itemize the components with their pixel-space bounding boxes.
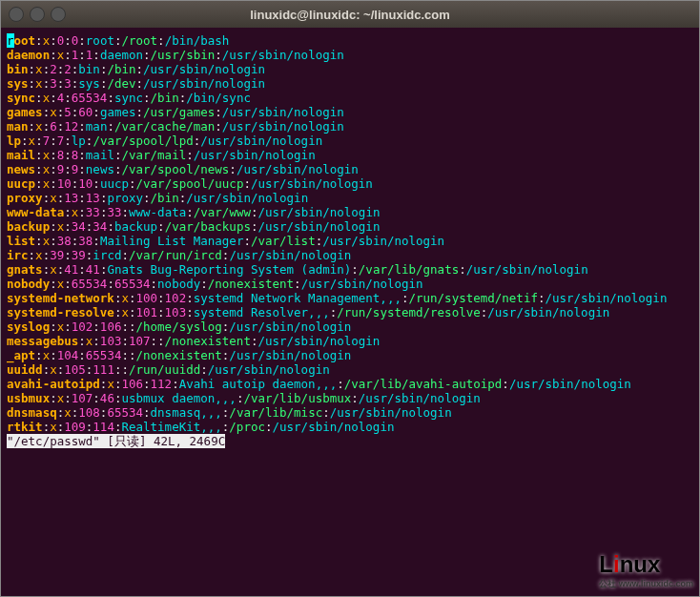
terminal-output[interactable]: root:x:0:0:root:/root:/bin/bash daemon:x… bbox=[1, 28, 699, 596]
window-title: linuxidc@linuxidc: ~/linuxidc.com bbox=[1, 8, 699, 22]
titlebar: linuxidc@linuxidc: ~/linuxidc.com bbox=[1, 1, 699, 28]
close-icon[interactable] bbox=[9, 7, 24, 22]
minimize-icon[interactable] bbox=[30, 7, 45, 22]
maximize-icon[interactable] bbox=[51, 7, 66, 22]
